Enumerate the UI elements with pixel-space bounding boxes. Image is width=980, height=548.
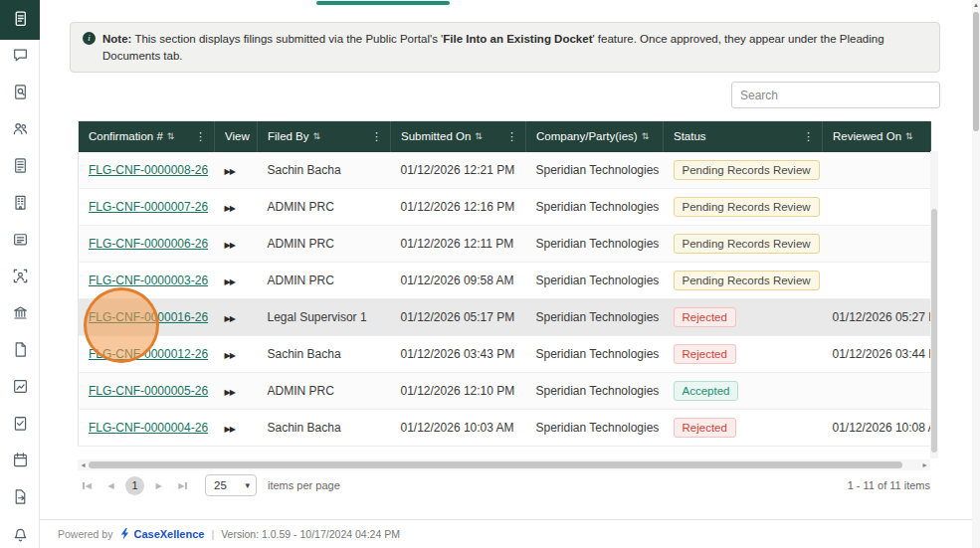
file-invoice-icon[interactable] (11, 156, 29, 174)
view-forward-icon[interactable]: ▶▶ (225, 277, 235, 286)
sort-icon[interactable]: ⇅ (167, 131, 175, 141)
scrollbar-thumb[interactable] (89, 461, 902, 468)
first-page-button[interactable]: ◀ (78, 476, 97, 495)
page-vertical-scrollbar[interactable]: ▲ (972, 0, 980, 548)
column-header-submitted-on[interactable]: Submitted On⇅⋮ (391, 121, 526, 152)
company-cell: Speridian Technologies (526, 299, 664, 336)
status-badge: Rejected (674, 418, 736, 438)
powered-by-label: Powered by (58, 528, 112, 540)
filed-by-cell: Sachin Bacha (258, 336, 391, 373)
tasks-check-icon[interactable] (11, 414, 29, 432)
confirmation-link[interactable]: FLG-CNF-0000012-26 (89, 347, 208, 361)
page-size-select[interactable]: 25▾ (205, 474, 257, 496)
table-row-highlighted[interactable]: FLG-CNF-0000016-26 ▶▶ Legal Supervisor 1… (79, 299, 931, 336)
scrollbar-track[interactable] (89, 461, 919, 468)
view-forward-icon[interactable]: ▶▶ (225, 204, 235, 213)
view-forward-icon[interactable]: ▶▶ (225, 314, 235, 323)
current-page-button[interactable]: 1 (125, 476, 144, 495)
view-forward-icon[interactable]: ▶▶ (225, 167, 235, 176)
view-forward-icon[interactable]: ▶▶ (225, 425, 235, 434)
items-per-page-label: items per page (268, 479, 340, 491)
submitted-on-cell: 01/12/2026 05:17 PM (391, 299, 526, 336)
sort-icon[interactable]: ⇅ (313, 131, 321, 141)
confirmation-link[interactable]: FLG-CNF-0000006-26 (89, 237, 208, 251)
chevron-down-icon: ▾ (245, 480, 250, 490)
column-header-confirmation[interactable]: Confirmation #⇅⋮ (79, 121, 215, 152)
view-forward-icon[interactable]: ▶▶ (225, 241, 235, 250)
notifications-bell-icon[interactable] (11, 526, 29, 544)
filings-table: Confirmation #⇅⋮ View⇅ Filed By⇅⋮ Submit… (78, 120, 931, 447)
table-row[interactable]: FLG-CNF-0000008-26 ▶▶ Sachin Bacha 01/12… (79, 152, 931, 189)
column-header-view[interactable]: View⇅ (215, 121, 258, 152)
confirmation-link[interactable]: FLG-CNF-0000004-26 (89, 421, 208, 435)
file-export-icon[interactable] (11, 487, 29, 505)
table-row[interactable]: FLG-CNF-0000003-26 ▶▶ ADMIN PRC 01/12/20… (79, 263, 931, 299)
table-row[interactable]: FLG-CNF-0000004-26 ▶▶ Sachin Bacha 01/12… (79, 410, 931, 447)
sort-icon[interactable]: ⇅ (905, 131, 913, 141)
company-cell: Speridian Technologies (526, 189, 664, 226)
comments-icon[interactable] (11, 46, 29, 64)
view-forward-icon[interactable]: ▶▶ (225, 388, 235, 397)
column-header-filed-by[interactable]: Filed By⇅⋮ (258, 121, 391, 152)
footer: Powered by CaseXellence | Version: 1.0.5… (40, 519, 980, 548)
items-range-label: 1 - 11 of 11 items (848, 479, 930, 491)
table-row[interactable]: FLG-CNF-0000005-26 ▶▶ ADMIN PRC 01/12/20… (79, 373, 931, 410)
confirmation-link[interactable]: FLG-CNF-0000016-26 (89, 310, 208, 324)
confirmation-link[interactable]: FLG-CNF-0000003-26 (89, 274, 208, 287)
confirmation-link[interactable]: FLG-CNF-0000008-26 (89, 163, 208, 177)
column-header-reviewed-on[interactable]: Reviewed On⇅ (823, 121, 931, 152)
last-page-button[interactable]: ▶ (173, 476, 192, 495)
scrollbar-thumb[interactable] (931, 209, 937, 453)
reviewed-on-cell (823, 226, 931, 263)
confirmation-link[interactable]: FLG-CNF-0000007-26 (89, 200, 208, 214)
file-search-icon[interactable] (11, 83, 29, 100)
bank-icon[interactable] (11, 303, 29, 321)
table-row[interactable]: FLG-CNF-0000007-26 ▶▶ ADMIN PRC 01/12/20… (79, 189, 931, 226)
submitted-on-cell: 01/12/2026 12:10 PM (391, 373, 526, 410)
chart-icon[interactable] (11, 377, 29, 395)
scroll-up-icon[interactable]: ▲ (972, 0, 980, 10)
note-banner: i Note: This section displays filings su… (70, 22, 940, 73)
left-sidebar (0, 0, 40, 548)
sort-icon[interactable]: ⇅ (642, 131, 650, 141)
scroll-right-icon[interactable]: ▸ (919, 459, 930, 470)
table-row[interactable]: FLG-CNF-0000006-26 ▶▶ ADMIN PRC 01/12/20… (79, 226, 931, 263)
column-menu-icon[interactable]: ⋮ (801, 130, 816, 143)
filed-by-cell: Sachin Bacha (258, 410, 391, 447)
file-document-icon (12, 10, 29, 31)
sidebar-item-active-filings[interactable] (0, 0, 40, 40)
note-card-icon[interactable] (11, 230, 29, 248)
scrollbar-thumb[interactable] (973, 12, 979, 131)
submitted-on-cell: 01/12/2026 12:11 PM (391, 226, 526, 263)
reviewed-on-cell (823, 152, 931, 189)
brand-logo[interactable]: CaseXellence (119, 528, 204, 540)
column-menu-icon[interactable]: ⋮ (653, 130, 657, 143)
column-header-status[interactable]: Status⋮ (664, 121, 823, 152)
reviewed-on-cell (823, 263, 931, 299)
scroll-left-icon[interactable]: ◂ (78, 459, 89, 470)
view-forward-icon[interactable]: ▶▶ (225, 351, 235, 360)
file-icon[interactable] (11, 340, 29, 358)
table-row[interactable]: FLG-CNF-0000012-26 ▶▶ Sachin Bacha 01/12… (79, 336, 931, 373)
status-badge: Pending Records Review (674, 160, 820, 180)
column-menu-icon[interactable]: ⋮ (504, 130, 519, 143)
confirmation-link[interactable]: FLG-CNF-0000005-26 (89, 384, 208, 398)
submitted-on-cell: 01/12/2026 12:21 PM (391, 152, 526, 189)
search-input[interactable] (731, 82, 940, 108)
sort-icon[interactable]: ⇅ (475, 131, 483, 141)
calendar-icon[interactable] (11, 451, 29, 468)
column-menu-icon[interactable]: ⋮ (369, 130, 384, 143)
next-page-button[interactable]: ▶ (149, 476, 168, 495)
pagination-bar: ◀ ◀ 1 ▶ ▶ 25▾ items per page 1 - 11 of 1… (78, 473, 930, 497)
company-cell: Speridian Technologies (526, 263, 664, 299)
column-menu-icon[interactable]: ⋮ (193, 130, 208, 143)
building-icon[interactable] (11, 193, 29, 211)
table-horizontal-scrollbar[interactable]: ◂ ▸ (78, 459, 930, 470)
filed-by-cell: ADMIN PRC (258, 226, 391, 263)
previous-page-button[interactable]: ◀ (101, 476, 120, 495)
column-header-company[interactable]: Company/Party(ies)⇅⋮ (526, 121, 664, 152)
filed-by-cell: Sachin Bacha (258, 152, 391, 189)
users-icon[interactable] (11, 119, 29, 137)
id-verification-icon[interactable] (11, 267, 29, 284)
table-vertical-scrollbar[interactable] (930, 151, 938, 458)
